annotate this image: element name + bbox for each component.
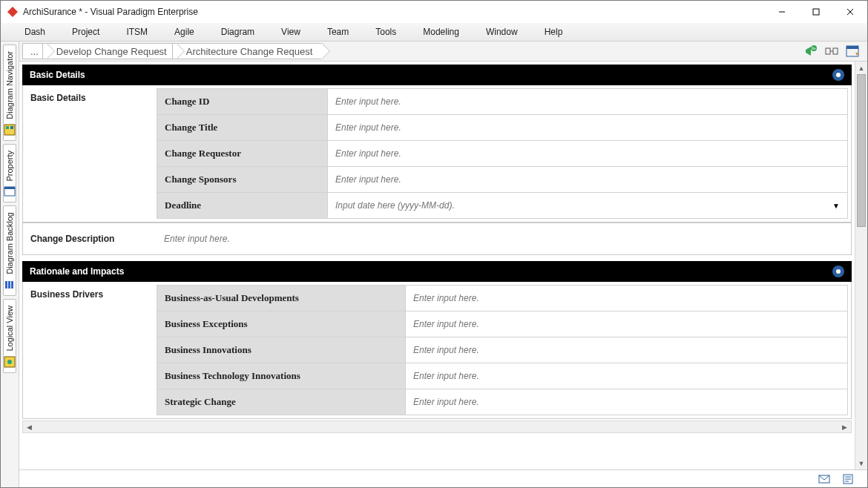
change-description-block: Change Description	[22, 222, 852, 255]
field-label-business-innovations: Business Innovations	[157, 337, 406, 363]
business-drivers-block: Business Drivers Business-as-Usual Devel…	[22, 282, 852, 419]
breadcrumb-item-architecture-change-request[interactable]: Architecture Change Request	[172, 43, 323, 59]
svg-rect-11	[8, 281, 10, 288]
basic-details-block: Basic Details Change ID Change Title	[22, 85, 852, 222]
form-area: Basic Details Basic Details Change ID	[19, 62, 855, 469]
scroll-down-arrow-icon[interactable]: ▼	[855, 457, 867, 469]
window-title: ArchiSurance * - Visual Paradigm Enterpr…	[23, 7, 765, 17]
scroll-right-arrow-icon[interactable]: ▶	[838, 421, 851, 432]
backlog-icon	[4, 279, 16, 291]
scroll-left-arrow-icon[interactable]: ◀	[23, 421, 36, 432]
input-change-sponsors[interactable]	[335, 174, 840, 185]
svg-point-24	[836, 269, 841, 274]
menu-itsm[interactable]: ITSM	[113, 27, 161, 37]
field-label-change-title: Change Title	[157, 115, 328, 141]
pin-icon[interactable]	[832, 69, 844, 81]
menu-project[interactable]: Project	[59, 27, 113, 37]
input-deadline[interactable]	[335, 200, 840, 211]
svg-point-14	[7, 360, 12, 364]
menu-dash[interactable]: Dash	[11, 27, 59, 37]
scroll-up-arrow-icon[interactable]: ▲	[855, 62, 867, 74]
menu-team[interactable]: Team	[314, 27, 362, 37]
side-tab-rail: Diagram Navigator Property Diagram Backl…	[1, 42, 19, 487]
mail-icon[interactable]	[818, 473, 830, 485]
window-minimize-button[interactable]	[765, 1, 799, 23]
input-change-description[interactable]	[164, 234, 844, 244]
field-label-bau: Business-as-Usual Developments	[157, 286, 406, 311]
svg-rect-21	[846, 46, 858, 49]
input-business-exceptions[interactable]	[413, 319, 840, 329]
pin-icon[interactable]	[832, 266, 844, 277]
svg-marker-22	[855, 53, 858, 56]
svg-rect-2	[813, 9, 819, 15]
field-label-change-id: Change ID	[157, 89, 328, 115]
svg-rect-9	[4, 187, 15, 189]
input-business-innovations[interactable]	[413, 345, 840, 355]
scrollbar-thumb[interactable]	[857, 74, 866, 227]
window-maximize-button[interactable]	[799, 1, 833, 23]
svg-rect-12	[11, 281, 13, 288]
app-window: ArchiSurance * - Visual Paradigm Enterpr…	[0, 0, 868, 488]
section-rationale-header[interactable]: Rationale and Impacts	[22, 261, 852, 282]
svg-rect-6	[6, 126, 9, 129]
menubar: Dash Project ITSM Agile Diagram View Tea…	[1, 23, 867, 42]
svg-point-23	[836, 73, 841, 77]
app-logo-icon	[7, 6, 19, 18]
section-rationale-title: Rationale and Impacts	[30, 266, 124, 277]
logical-view-icon	[4, 356, 16, 368]
svg-text:9+: 9+	[812, 46, 816, 50]
layout-icon[interactable]	[824, 44, 839, 59]
input-change-requestor[interactable]	[335, 148, 840, 159]
field-label-change-sponsors: Change Sponsors	[157, 167, 328, 193]
menu-window[interactable]: Window	[473, 27, 531, 37]
sidetab-logical-view[interactable]: Logical View	[3, 299, 16, 373]
property-icon	[4, 185, 16, 197]
menu-view[interactable]: View	[268, 27, 314, 37]
breadcrumb-item-develop-change-request[interactable]: Develop Change Request	[42, 43, 177, 59]
titlebar: ArchiSurance * - Visual Paradigm Enterpr…	[1, 1, 867, 23]
input-strategic-change[interactable]	[413, 397, 840, 407]
statusbar	[19, 469, 867, 487]
sidetab-diagram-navigator[interactable]: Diagram Navigator	[3, 44, 16, 141]
section-basic-details-header[interactable]: Basic Details	[22, 65, 852, 85]
field-label-change-requestor: Change Requestor	[157, 141, 328, 167]
menu-modeling[interactable]: Modeling	[410, 27, 473, 37]
svg-rect-10	[5, 281, 7, 288]
breadcrumb-bar: ... Develop Change Request Architecture …	[19, 42, 867, 62]
menu-tools[interactable]: Tools	[362, 27, 410, 37]
field-label-deadline: Deadline	[157, 193, 328, 219]
breadcrumb: ... Develop Change Request Architecture …	[22, 42, 796, 61]
section-basic-details-title: Basic Details	[30, 70, 85, 80]
vertical-scrollbar[interactable]: ▲ ▼	[855, 62, 867, 469]
window-close-button[interactable]	[833, 1, 867, 23]
announce-icon[interactable]: 9+	[803, 44, 818, 59]
business-drivers-group-label: Business Drivers	[23, 282, 157, 418]
svg-rect-7	[10, 126, 13, 129]
input-change-title[interactable]	[335, 122, 840, 133]
svg-rect-18	[833, 48, 838, 54]
note-icon[interactable]	[842, 473, 854, 485]
input-bau[interactable]	[413, 293, 840, 303]
input-change-id[interactable]	[335, 96, 840, 107]
diagram-navigator-icon	[4, 124, 16, 136]
sidetab-property[interactable]: Property	[3, 144, 16, 203]
basic-details-group-label: Basic Details	[23, 85, 157, 222]
horizontal-scrollbar[interactable]: ◀ ▶	[22, 421, 852, 433]
input-biz-tech-innovations[interactable]	[413, 371, 840, 381]
sidetab-diagram-backlog[interactable]: Diagram Backlog	[3, 205, 16, 296]
menu-agile[interactable]: Agile	[161, 27, 208, 37]
menu-help[interactable]: Help	[531, 27, 576, 37]
field-label-business-exceptions: Business Exceptions	[157, 311, 406, 337]
field-label-strategic-change: Strategic Change	[157, 389, 406, 415]
svg-marker-0	[7, 7, 18, 17]
svg-rect-17	[826, 48, 830, 54]
field-label-biz-tech-innovations: Business Technology Innovations	[157, 363, 406, 389]
menu-diagram[interactable]: Diagram	[208, 27, 268, 37]
switch-view-icon[interactable]	[845, 44, 860, 59]
change-description-label: Change Description	[30, 234, 164, 244]
